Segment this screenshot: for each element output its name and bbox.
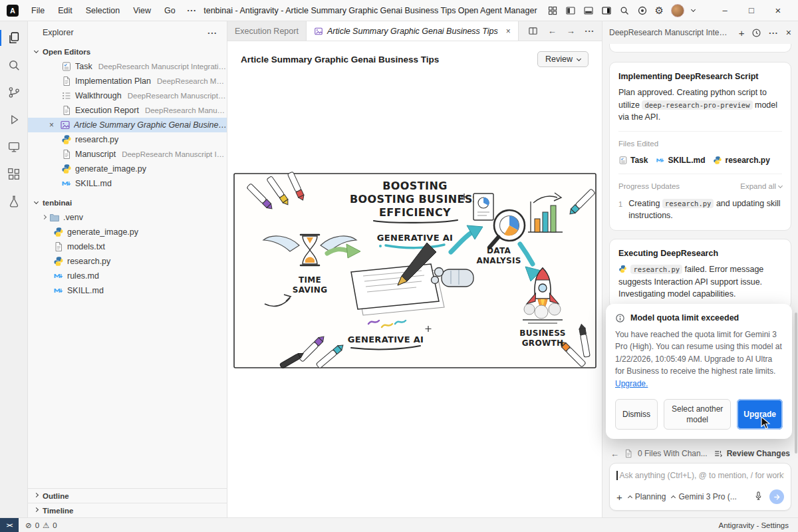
target-icon[interactable] [637,5,648,16]
footer-back-icon[interactable]: ← [610,449,619,459]
agent-step-card: Executing DeepResearch research.py faile… [609,239,791,309]
history-icon[interactable] [751,28,761,38]
file-item[interactable]: models.txt [28,239,227,254]
panel-scrollbar[interactable] [795,313,797,454]
minimize-button[interactable]: – [712,5,738,15]
chevron-down-icon [34,200,39,204]
file-chip[interactable]: Task [618,154,648,166]
open-editor-item[interactable]: Task DeepResearch Manuscript Integration [28,59,227,74]
illus-title-2: BOOSTING BUSINESS [350,193,480,205]
folder-item[interactable]: .venv [28,210,227,225]
document-canvas: BOOSTING BOOSTING BUSINESS EFFICIENCY GE… [227,72,602,517]
remote-explorer-activity-icon[interactable] [5,138,23,156]
open-editor-item[interactable]: research.py [28,132,227,147]
app-logo: A [7,5,19,17]
open-editor-item[interactable]: Manuscript DeepResearch Manuscript Int..… [28,147,227,162]
explorer-title: Explorer [43,28,208,37]
planning-mode-selector[interactable]: Planning [628,492,666,501]
file-item[interactable]: SKILL.md [28,283,227,298]
menu-file[interactable]: File [25,4,51,17]
folder-icon [49,212,60,223]
open-editor-item[interactable]: SKILL.md [28,176,227,191]
microphone-icon[interactable] [753,491,763,503]
back-icon[interactable]: ← [548,26,557,36]
file-chip[interactable]: SKILL.md [656,154,705,166]
open-editor-item[interactable]: Execution Report DeepResearch Manuscr... [28,103,227,118]
select-another-model-button[interactable]: Select another model [664,399,731,430]
python-icon [53,256,64,267]
task-icon [61,61,72,72]
upgrade-link[interactable]: Upgrade. [615,379,648,388]
card-body: research.py failed. Error message sugges… [618,263,782,301]
menu-overflow[interactable]: ••• [183,5,201,15]
split-editor-icon[interactable] [528,26,538,36]
open-editor-item[interactable]: Walkthrough DeepResearch Manuscript I... [28,88,227,103]
python-icon [53,227,64,237]
close-panel-icon[interactable]: × [786,27,791,38]
toggle-bottom-panel-icon[interactable] [583,5,594,16]
panel-more-icon[interactable]: ••• [769,30,778,36]
scrolled-card-remnant [609,44,791,53]
new-thread-icon[interactable]: + [739,28,745,38]
attach-icon[interactable]: + [616,492,622,502]
editor-more-icon[interactable]: ••• [585,28,595,34]
chevron-right-icon [42,214,47,219]
python-icon [713,156,722,165]
file-item[interactable]: generate_image.py [28,225,227,239]
task-icon [618,156,628,165]
chevron-right-icon [34,507,39,512]
file-chip[interactable]: research.py [713,154,769,166]
avatar[interactable] [671,4,684,17]
open-editor-item[interactable]: Implementation Plan DeepResearch Man... [28,74,227,88]
text-caret [616,471,618,480]
settings-status-item[interactable]: Antigravity - Settings [719,521,798,529]
outline-section-header[interactable]: Outline [28,488,227,503]
problems-indicator[interactable]: ⊘ 0 ⚠ 0 [19,521,64,530]
gear-icon[interactable]: ⚙ [655,5,664,15]
menu-go[interactable]: Go [158,4,182,17]
toggle-left-panel-icon[interactable] [565,5,576,16]
toggle-right-panel-icon[interactable] [601,5,612,16]
search-icon[interactable] [619,5,630,16]
review-changes-button[interactable]: Review Changes [714,449,790,458]
close-tab-icon[interactable]: × [506,27,511,36]
editor-grid-icon[interactable] [547,5,558,16]
open-agent-manager-button[interactable]: Open Agent Manager [458,6,537,15]
review-dropdown-button[interactable]: Review [537,51,589,67]
file-item[interactable]: rules.md [28,269,227,283]
open-editor-item[interactable]: generate_image.py [28,162,227,176]
source-control-activity-icon[interactable] [5,84,23,101]
open-editors-header[interactable]: Open Editors [28,44,227,59]
menu-selection[interactable]: Selection [80,4,126,17]
remote-indicator[interactable]: >< [0,518,19,532]
extensions-activity-icon[interactable] [5,166,23,183]
menu-view[interactable]: View [127,4,157,17]
chevron-down-icon [34,49,39,53]
tab-article-summary[interactable]: Article Summary Graphic Genai Business T… [307,21,519,41]
timeline-section-header[interactable]: Timeline [28,503,227,517]
maximize-button[interactable]: □ [738,5,765,15]
testing-activity-icon[interactable] [5,193,23,210]
account-chevron-icon[interactable] [691,7,696,12]
tab-execution-report[interactable]: Execution Report [227,21,307,41]
upgrade-button[interactable]: Upgrade [737,399,783,430]
file-item[interactable]: research.py [28,254,227,269]
close-button[interactable]: × [765,5,791,16]
search-activity-icon[interactable] [5,57,23,74]
explorer-sidebar: Explorer ••• Open Editors Task DeepResea… [28,21,227,517]
model-selector[interactable]: Gemini 3 Pro (... [672,492,736,501]
dismiss-button[interactable]: Dismiss [615,399,658,430]
menu-edit[interactable]: Edit [52,4,78,17]
explorer-more-icon[interactable]: ••• [208,30,217,36]
workspace-header[interactable]: tenbinai [28,195,227,210]
send-button[interactable] [769,489,784,504]
forward-icon[interactable]: → [567,26,575,36]
run-debug-activity-icon[interactable] [5,111,23,128]
chat-input-box[interactable]: Ask anything (Ctrl+L), @ to mention, / f… [609,463,791,511]
error-icon: ⊘ [25,521,32,530]
expand-all-button[interactable]: Expand all [740,181,782,192]
close-icon[interactable]: × [47,120,57,130]
open-editor-item-active[interactable]: × Article Summary Graphic Genai Busines.… [28,118,227,132]
illus-data: DATA [486,246,510,255]
explorer-activity-icon[interactable] [5,29,23,47]
